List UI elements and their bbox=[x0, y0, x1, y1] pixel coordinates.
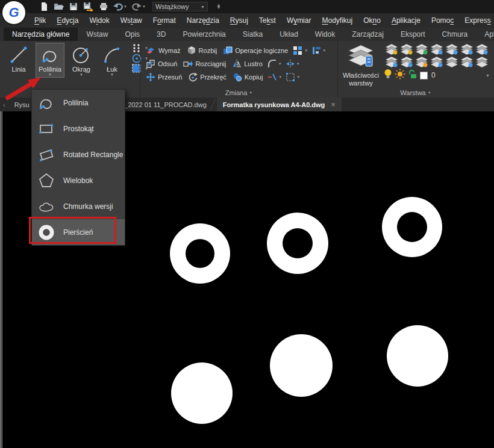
layer-state-button-7[interactable] bbox=[474, 43, 489, 55]
chevron-down-icon[interactable]: ▼ bbox=[142, 5, 146, 8]
menu-okno[interactable]: Okno bbox=[358, 16, 386, 25]
filled-donut-shape-4[interactable] bbox=[171, 362, 233, 424]
layer-state-button-3[interactable] bbox=[414, 43, 429, 55]
ribbon-tab-opis[interactable]: Opis bbox=[116, 28, 148, 41]
layer-state-button-6[interactable] bbox=[459, 43, 474, 55]
layer-state-button-8[interactable] bbox=[384, 55, 399, 68]
file-tab-3[interactable]: Formatka rysunkowa A4-A0.dwg× bbox=[217, 98, 342, 111]
layer-state-button-4[interactable] bbox=[429, 43, 444, 55]
ribbon-tab-aplika[interactable]: Aplika bbox=[476, 28, 494, 41]
layer-state-button-5[interactable] bbox=[444, 43, 459, 55]
menu-rysuj[interactable]: Rysuj bbox=[225, 16, 254, 25]
layer-state-button-13[interactable] bbox=[459, 55, 474, 68]
chevron-down-icon[interactable]: ▼ bbox=[201, 5, 205, 9]
ribbon-tab-narz-dzia-g-wne[interactable]: Narzędzia główne bbox=[4, 28, 78, 41]
workspace-combobox[interactable]: Wstążkowy ▼ bbox=[152, 2, 208, 11]
donut-shape-1[interactable] bbox=[170, 223, 230, 284]
chevron-down-icon[interactable]: ▼ bbox=[80, 73, 83, 77]
chevron-down-icon[interactable]: ▼ bbox=[322, 49, 326, 52]
layer-state-button-14[interactable] bbox=[474, 55, 489, 68]
tool-symmetry-button[interactable]: ▼ bbox=[285, 58, 301, 69]
layer-freeze-sun-icon[interactable] bbox=[395, 69, 405, 82]
menu-express[interactable]: Express bbox=[459, 16, 494, 25]
menu-modyfikuj[interactable]: Modyfikuj bbox=[316, 16, 358, 25]
ribbon-tab-powierzchnia[interactable]: Powierzchnia bbox=[174, 28, 234, 41]
tool-rozci-gnij-button[interactable]: Rozciągnij bbox=[181, 58, 228, 69]
tool-fillet-button[interactable]: ▼ bbox=[267, 58, 283, 69]
menu-item-polilinia[interactable]: Polilinia bbox=[32, 90, 125, 116]
close-icon[interactable]: × bbox=[331, 100, 336, 109]
chevron-down-icon[interactable]: ▼ bbox=[296, 75, 300, 79]
app-logo[interactable]: G bbox=[2, 1, 25, 24]
ribbon-tab-eksport[interactable]: Eksport bbox=[392, 28, 434, 41]
tool-polilinia-button[interactable]: Polilinia▼ bbox=[36, 43, 64, 78]
tool-przesu-button[interactable]: Przesuń bbox=[144, 72, 184, 82]
tool-scale-button[interactable]: ▼ bbox=[285, 72, 301, 82]
tool-operacje-logiczne-button[interactable]: Operacje logiczne bbox=[221, 45, 290, 56]
layer-on-bulb-icon[interactable] bbox=[384, 69, 392, 82]
tool-wyma-button[interactable]: Wymaż bbox=[144, 45, 183, 56]
save-button[interactable] bbox=[67, 1, 80, 12]
tool-lustro-button[interactable]: Lustro bbox=[230, 58, 264, 69]
layer-state-button-10[interactable] bbox=[414, 55, 429, 68]
layer-state-button-1[interactable] bbox=[384, 43, 399, 55]
tool-trim-button[interactable]: ▼ bbox=[267, 72, 283, 82]
menu-narz-dzia[interactable]: Narzędzia bbox=[181, 16, 225, 25]
tool-okr-g-button[interactable]: Okrąg▼ bbox=[67, 43, 95, 78]
ribbon-tab-uk-ad[interactable]: Układ bbox=[271, 28, 307, 41]
donut-shape-2[interactable] bbox=[267, 213, 328, 274]
tool-przekr-button[interactable]: Przekręć bbox=[186, 72, 228, 82]
ribbon-tab-zarz-dzaj[interactable]: Zarządzaj bbox=[343, 28, 392, 41]
file-tab-2[interactable]: A_2022 01 11_PROCAD.dwg bbox=[114, 98, 213, 111]
menu-format[interactable]: Format bbox=[148, 16, 181, 25]
new-file-button[interactable] bbox=[37, 1, 51, 12]
menu-wymiar[interactable]: Wymiar bbox=[281, 16, 317, 25]
chevron-down-icon[interactable]: ▼ bbox=[48, 73, 52, 77]
chevron-down-icon[interactable]: ▼ bbox=[278, 62, 282, 66]
menu-item-wielobok[interactable]: Wielobok bbox=[32, 167, 125, 193]
tool-odsu-button[interactable]: Odsuń bbox=[144, 58, 179, 69]
menu-tekst[interactable]: Tekst bbox=[254, 16, 281, 25]
tool-linia-button[interactable]: Linia bbox=[5, 43, 33, 73]
menu-edycja[interactable]: Edycja bbox=[51, 16, 84, 25]
save-as-button[interactable] bbox=[81, 1, 96, 12]
layer-unlock-icon[interactable] bbox=[408, 69, 417, 81]
chevron-down-icon[interactable]: ▼ bbox=[486, 73, 491, 78]
menu-plik[interactable]: Plik bbox=[29, 16, 51, 25]
menu-wstaw[interactable]: Wstaw bbox=[115, 16, 148, 25]
chevron-down-icon[interactable]: ▼ bbox=[278, 75, 282, 79]
layer-color-swatch[interactable] bbox=[420, 72, 428, 79]
tool-kopiuj-button[interactable]: Kopiuj bbox=[231, 72, 265, 82]
ribbon-tab-siatka[interactable]: Siatka bbox=[234, 28, 271, 41]
layer-properties-button[interactable]: Właściwości warstwy bbox=[342, 43, 380, 87]
ribbon-tab-3d[interactable]: 3D bbox=[148, 28, 174, 41]
menu-item-chmurka-wersji[interactable]: Chmurka wersji bbox=[32, 193, 125, 219]
chevron-down-icon[interactable]: ▼ bbox=[110, 73, 114, 77]
layer-state-button-11[interactable] bbox=[429, 55, 444, 68]
menu-item-rotated-rectangle[interactable]: Rotated Rectangle bbox=[32, 142, 125, 167]
tab-scroll-left-icon[interactable]: ‹ bbox=[0, 98, 8, 111]
tool-rozbij-button[interactable]: Rozbij bbox=[185, 45, 219, 56]
ribbon-tab-wstaw[interactable]: Wstaw bbox=[78, 28, 116, 41]
donut-shape-3[interactable] bbox=[382, 197, 442, 257]
tool-align-button[interactable]: ▼ bbox=[311, 45, 327, 56]
toolbar-customize-icon[interactable]: ▲▼ bbox=[216, 4, 220, 9]
menu-pomoc[interactable]: Pomoc bbox=[426, 16, 459, 25]
filled-donut-shape-5[interactable] bbox=[270, 334, 333, 397]
menu-aplikacje[interactable]: Aplikacje bbox=[386, 16, 426, 25]
layer-state-button-9[interactable] bbox=[399, 55, 414, 68]
tool-uk-button[interactable]: Łuk▼ bbox=[98, 43, 126, 78]
menu-item-prostok-t[interactable]: Prostokąt bbox=[32, 116, 125, 142]
undo-button[interactable]: ▼ bbox=[111, 2, 129, 11]
menu-item-pier-cie[interactable]: Pierścień bbox=[32, 219, 125, 245]
filled-donut-shape-6[interactable] bbox=[387, 325, 448, 387]
modify-panel-label[interactable]: Zmiana▼ bbox=[140, 89, 337, 96]
redo-button[interactable]: ▼ bbox=[130, 2, 148, 11]
tool-array-button[interactable]: ▼ bbox=[292, 45, 308, 56]
layer-state-button-12[interactable] bbox=[444, 55, 459, 68]
layer-panel-label[interactable]: Warstwa▼ bbox=[338, 89, 493, 96]
ribbon-tab-chmura[interactable]: Chmura bbox=[434, 28, 477, 41]
ribbon-tab-widok[interactable]: Widok bbox=[307, 28, 343, 41]
layer-state-button-2[interactable] bbox=[399, 43, 414, 55]
open-file-button[interactable] bbox=[52, 1, 66, 12]
